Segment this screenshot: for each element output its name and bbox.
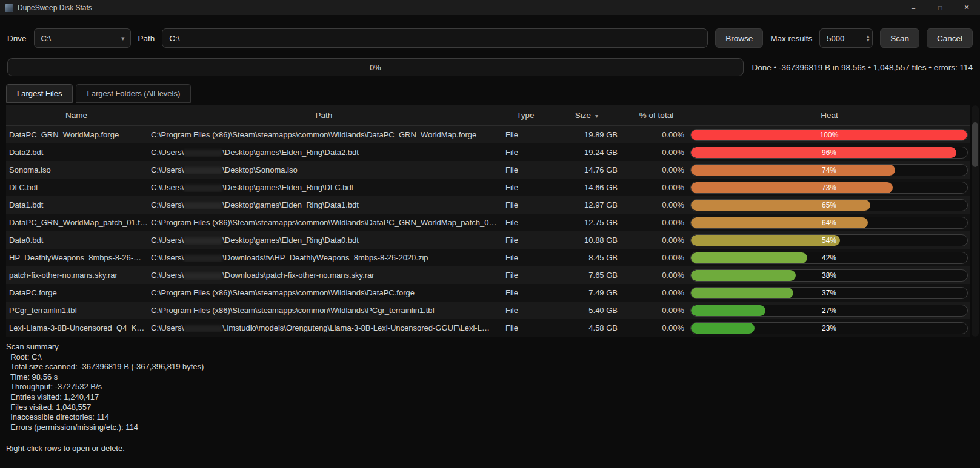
heat-bar: 38% xyxy=(690,269,968,282)
spin-down-icon[interactable]: ▾ xyxy=(867,38,869,42)
cell-size: 19.24 GB xyxy=(550,148,624,157)
heat-bar: 37% xyxy=(690,287,968,299)
table-row[interactable]: DataPC_GRN_WorldMap.forgeC:\Program File… xyxy=(6,126,970,143)
cell-heat: 100% xyxy=(689,129,970,141)
path-text: C:\Program Files (x86)\Steam\steamapps\c… xyxy=(151,306,435,315)
table-row[interactable]: Sonoma.isoC:\Users\\Desktop\Sonoma.isoFi… xyxy=(6,161,970,179)
path-text: \Desktop\Sonoma.iso xyxy=(222,165,298,174)
cell-path: C:\Users\\Downloads\tv\HP_DeathlyWeapons… xyxy=(147,253,501,262)
cell-heat: 65% xyxy=(689,199,970,211)
table-row[interactable]: Data0.bdtC:\Users\\Desktop\games\Elden_R… xyxy=(6,231,970,249)
drive-select[interactable]: C:\ ▾ xyxy=(34,28,131,48)
cell-path: C:\Users\\Desktop\games\Elden_Ring\Data2… xyxy=(147,148,501,157)
path-text: \Downloads\patch-fix-other-no.mans.sky.r… xyxy=(222,271,374,280)
scan-summary: Scan summary Root: C:\ Total size scanne… xyxy=(6,342,973,432)
cell-percent: 0.00% xyxy=(624,218,689,227)
window-controls: – □ ✕ xyxy=(900,0,980,15)
table-row[interactable]: Data1.bdtC:\Users\\Desktop\games\Elden_R… xyxy=(6,196,970,214)
heat-bar-label: 42% xyxy=(691,252,967,264)
drive-label: Drive xyxy=(7,34,27,43)
heat-bar-label: 100% xyxy=(691,130,967,141)
redacted-username xyxy=(184,325,222,332)
summary-line: Inaccessible directories: 114 xyxy=(6,412,973,423)
cell-path: C:\Users\\Downloads\patch-fix-other-no.m… xyxy=(147,271,501,280)
browse-button[interactable]: Browse xyxy=(715,28,763,48)
cell-percent: 0.00% xyxy=(624,271,689,280)
cell-name: DLC.bdt xyxy=(6,183,147,192)
path-text: \Downloads\tv\HP_DeathlyWeapons_8mbps-8-… xyxy=(222,253,428,262)
path-text: \Desktop\games\Elden_Ring\DLC.bdt xyxy=(222,183,353,192)
table-row[interactable]: DataPC_GRN_WorldMap_patch_01.f…C:\Progra… xyxy=(6,214,970,231)
maximize-button[interactable]: □ xyxy=(927,0,953,15)
titlebar-left: DupeSweep Disk Stats xyxy=(0,4,92,12)
cell-name: DataPC.forge xyxy=(6,288,147,297)
heat-bar-label: 38% xyxy=(691,270,967,282)
cell-path: C:\Users\\.lmstudio\models\Orenguteng\Ll… xyxy=(147,323,501,332)
table-body: DataPC_GRN_WorldMap.forgeC:\Program File… xyxy=(6,126,970,337)
cell-heat: 23% xyxy=(689,322,970,334)
cell-path: C:\Program Files (x86)\Steam\steamapps\c… xyxy=(147,218,501,227)
cell-size: 12.97 GB xyxy=(550,200,624,209)
heat-bar: 73% xyxy=(690,182,968,194)
table-row[interactable]: patch-fix-other-no.mans.sky.rarC:\Users\… xyxy=(6,266,970,284)
table-header: Name Path Type Size▾ % of total Heat xyxy=(6,105,970,126)
summary-line: Time: 98.56 s xyxy=(6,372,973,383)
cell-heat: 96% xyxy=(689,147,970,159)
table-row[interactable]: Lexi-Llama-3-8B-Uncensored_Q4_K…C:\Users… xyxy=(6,319,970,337)
cell-heat: 38% xyxy=(689,269,970,282)
tab-largest-folders[interactable]: Largest Folders (All levels) xyxy=(76,84,191,103)
summary-line: Throughput: -3727532 B/s xyxy=(6,382,973,392)
cell-type: File xyxy=(501,236,550,245)
cell-type: File xyxy=(501,323,550,332)
cell-type: File xyxy=(501,306,550,315)
path-text: C:\Users\ xyxy=(151,148,184,157)
column-header-type[interactable]: Type xyxy=(501,111,550,120)
column-header-heat[interactable]: Heat xyxy=(689,111,970,120)
table-row[interactable]: Data2.bdtC:\Users\\Desktop\games\Elden_R… xyxy=(6,143,970,161)
heat-bar: 23% xyxy=(690,322,968,334)
path-text: C:\Users\ xyxy=(151,323,184,332)
cell-heat: 54% xyxy=(689,234,970,246)
cell-type: File xyxy=(501,183,550,192)
table-row[interactable]: DLC.bdtC:\Users\\Desktop\games\Elden_Rin… xyxy=(6,179,970,196)
tab-largest-files[interactable]: Largest Files xyxy=(6,84,73,103)
redacted-username xyxy=(184,185,222,192)
summary-line: Entries visited: 1,240,417 xyxy=(6,392,973,403)
cell-path: C:\Users\\Desktop\games\Elden_Ring\Data0… xyxy=(147,236,501,245)
cell-percent: 0.00% xyxy=(624,323,689,332)
progress-row: 0% Done • -367396819 B in 98.56s • 1,048… xyxy=(7,58,973,76)
table-row[interactable]: PCgr_terrainlin1.tbfC:\Program Files (x8… xyxy=(6,302,970,319)
cell-path: C:\Users\\Desktop\Sonoma.iso xyxy=(147,165,501,174)
vertical-scrollbar[interactable] xyxy=(972,105,979,337)
heat-bar: 27% xyxy=(690,305,968,317)
window-title: DupeSweep Disk Stats xyxy=(18,4,92,12)
column-header-size[interactable]: Size▾ xyxy=(550,111,624,120)
table-row[interactable]: DataPC.forgeC:\Program Files (x86)\Steam… xyxy=(6,284,970,302)
cell-size: 4.58 GB xyxy=(550,323,624,332)
cell-name: HP_DeathlyWeapons_8mbps-8-26-… xyxy=(6,253,147,262)
cell-type: File xyxy=(501,288,550,297)
table-wrap: Name Path Type Size▾ % of total Heat Dat… xyxy=(6,105,979,337)
column-header-name[interactable]: Name xyxy=(6,111,147,120)
path-text: \Desktop\games\Elden_Ring\Data2.bdt xyxy=(222,148,359,157)
close-button[interactable]: ✕ xyxy=(953,0,980,15)
summary-line: Files visited: 1,048,557 xyxy=(6,403,973,413)
table-row[interactable]: HP_DeathlyWeapons_8mbps-8-26-…C:\Users\\… xyxy=(6,249,970,266)
scrollbar-thumb[interactable] xyxy=(972,122,978,167)
cell-percent: 0.00% xyxy=(624,306,689,315)
max-results-spinner[interactable]: 5000 ▴ ▾ xyxy=(819,28,873,48)
minimize-button[interactable]: – xyxy=(900,0,927,15)
path-input[interactable] xyxy=(162,28,708,48)
cell-percent: 0.00% xyxy=(624,130,689,139)
column-header-percent[interactable]: % of total xyxy=(624,111,689,120)
column-header-path[interactable]: Path xyxy=(147,111,501,120)
heat-bar-label: 37% xyxy=(691,288,967,299)
cell-percent: 0.00% xyxy=(624,236,689,245)
cell-size: 14.66 GB xyxy=(550,183,624,192)
cancel-button[interactable]: Cancel xyxy=(927,28,973,48)
cell-type: File xyxy=(501,253,550,262)
scan-button[interactable]: Scan xyxy=(880,28,919,48)
path-text: \.lmstudio\models\Orenguteng\Llama-3-8B-… xyxy=(222,323,490,332)
path-text: C:\Users\ xyxy=(151,183,184,192)
column-header-size-label: Size xyxy=(575,111,591,120)
